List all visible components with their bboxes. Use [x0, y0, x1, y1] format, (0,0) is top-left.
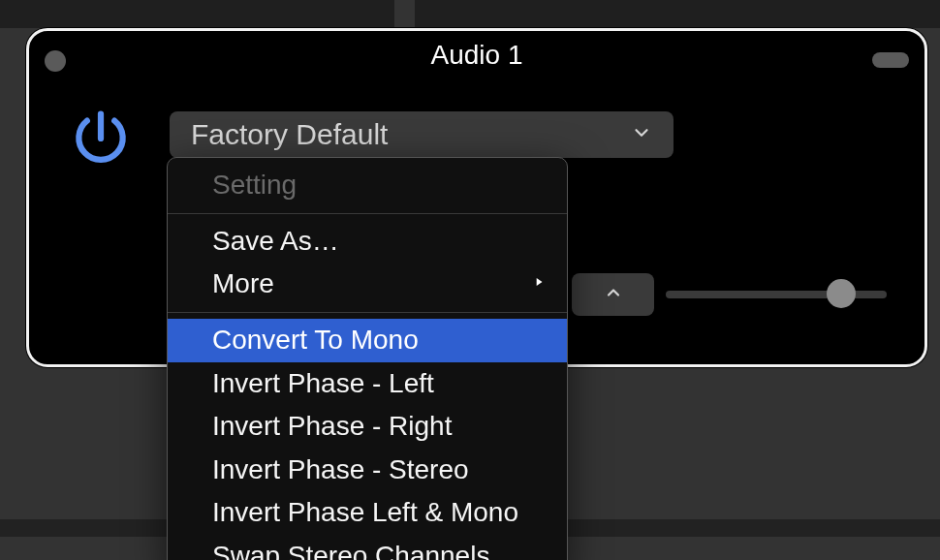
- menu-separator: [168, 213, 567, 214]
- resize-pill[interactable]: [872, 52, 909, 68]
- power-row: [66, 104, 136, 173]
- menu-item-convert-to-mono[interactable]: Convert To Mono: [168, 319, 567, 362]
- background-panel: [0, 0, 394, 28]
- menu-item-label: Invert Phase Left & Mono: [212, 494, 518, 532]
- power-icon[interactable]: [66, 104, 136, 173]
- menu-item-save-as[interactable]: Save As…: [168, 220, 567, 264]
- menu-item-more[interactable]: More: [168, 263, 567, 306]
- menu-separator: [168, 312, 567, 313]
- slider-track[interactable]: [666, 291, 887, 298]
- menu-item-setting: Setting: [168, 164, 567, 207]
- slider-thumb[interactable]: [827, 279, 856, 308]
- menu-item-label: Invert Phase - Right: [212, 408, 452, 446]
- window-title: Audio 1: [431, 40, 523, 71]
- secondary-dropdown[interactable]: [572, 273, 654, 316]
- background-panel: [415, 0, 940, 28]
- menu-item-invert-phase-right[interactable]: Invert Phase - Right: [168, 405, 567, 449]
- menu-item-swap-stereo-channels[interactable]: Swap Stereo Channels: [168, 535, 567, 560]
- chevron-down-icon: [631, 122, 652, 147]
- menu-item-invert-phase-left[interactable]: Invert Phase - Left: [168, 362, 567, 406]
- chevron-up-icon: [604, 283, 623, 306]
- preset-menu: Setting Save As… More Convert To Mono In…: [167, 157, 568, 560]
- menu-item-label: Convert To Mono: [212, 322, 419, 359]
- submenu-arrow-icon: [532, 271, 546, 298]
- menu-item-label: Swap Stereo Channels: [212, 538, 489, 560]
- menu-item-label: Save As…: [212, 223, 339, 261]
- svg-marker-0: [537, 278, 543, 286]
- menu-item-invert-phase-left-mono[interactable]: Invert Phase Left & Mono: [168, 491, 567, 535]
- menu-item-label: Setting: [212, 167, 297, 204]
- preset-dropdown[interactable]: Factory Default: [170, 111, 674, 158]
- menu-item-invert-phase-stereo[interactable]: Invert Phase - Stereo: [168, 449, 567, 492]
- title-bar: Audio 1: [29, 31, 924, 70]
- close-button[interactable]: [45, 50, 66, 72]
- menu-item-label: Invert Phase - Left: [212, 365, 434, 403]
- menu-item-label: More: [212, 265, 274, 303]
- menu-item-label: Invert Phase - Stereo: [212, 451, 469, 489]
- preset-label: Factory Default: [191, 118, 388, 151]
